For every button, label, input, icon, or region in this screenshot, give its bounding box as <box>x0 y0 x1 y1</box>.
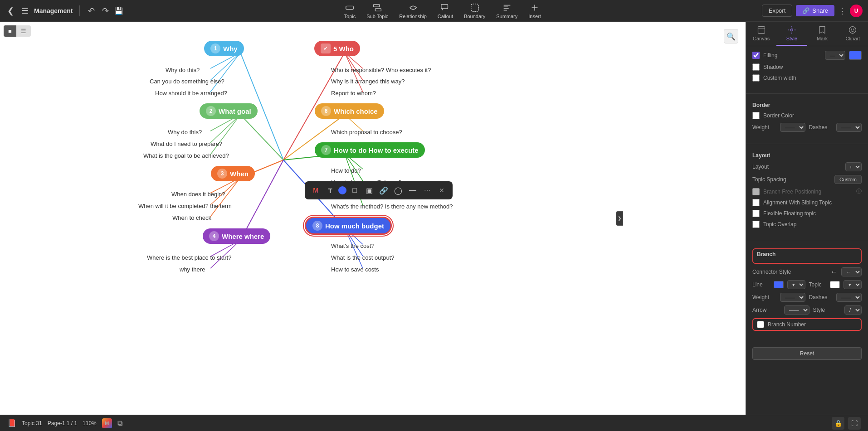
toolbar-right: Export 🔗 Share ⋮ U <box>762 5 863 17</box>
node-which[interactable]: 6 Which choice <box>315 103 384 119</box>
tab-mark[interactable]: Mark <box>807 22 838 46</box>
branch-free-checkbox[interactable] <box>752 188 760 195</box>
when-sub-1: When does it begin? <box>171 191 225 198</box>
custom-btn[interactable]: Custom <box>834 175 862 184</box>
custom-width-checkbox[interactable] <box>752 74 760 82</box>
ft-minus-button[interactable]: — <box>406 184 419 197</box>
node-who[interactable]: ✓ 5 Who <box>314 41 360 56</box>
svg-line-23 <box>210 115 240 155</box>
ft-color-circle[interactable] <box>338 186 346 194</box>
toolbar-center: Topic Sub Topic Relationship Callout Bou… <box>127 3 758 19</box>
ft-select-button[interactable]: □ <box>348 184 361 197</box>
expand-icon[interactable]: ⧉ <box>117 419 122 427</box>
topic-color-box[interactable] <box>830 281 840 288</box>
tab-clipart[interactable]: Clipart <box>838 22 868 46</box>
collapse-panel-button[interactable]: ❯ <box>616 211 623 226</box>
redo-button[interactable]: ↷ <box>100 4 111 18</box>
right-panel: Canvas Style Mark Clipart Filling — <box>746 22 868 415</box>
node-howto-num: 7 <box>321 145 331 155</box>
ft-gradient-button[interactable]: M <box>309 184 322 197</box>
menu-button[interactable]: ☰ <box>20 4 30 18</box>
reset-section: Reset <box>746 339 868 364</box>
budget-sub-3: How to save costs <box>331 266 379 273</box>
branch-number-checkbox[interactable] <box>757 321 764 328</box>
filling-checkbox[interactable] <box>752 52 760 59</box>
share-button[interactable]: 🔗 Share <box>796 5 834 16</box>
node-why[interactable]: 1 Why <box>204 41 244 56</box>
divider-1 <box>746 93 868 94</box>
why-sub-3: How should it be arranged? <box>155 90 227 97</box>
tab-style[interactable]: Style <box>776 22 807 46</box>
tool-relationship[interactable]: Relationship <box>399 3 427 19</box>
ft-node-button[interactable]: ◯ <box>392 184 405 197</box>
lock-button[interactable]: 🔒 <box>832 417 844 430</box>
tool-boundary[interactable]: Boundary <box>464 3 485 19</box>
back-nav-button[interactable]: ❮ <box>5 4 16 18</box>
line-color-select[interactable]: ▾ <box>787 280 805 289</box>
what-sub-2: What do I need to prepare? <box>151 140 222 147</box>
shadow-checkbox[interactable] <box>752 63 760 71</box>
tool-callout[interactable]: Callout <box>438 3 453 19</box>
right-panel-tabs: Canvas Style Mark Clipart <box>746 22 868 46</box>
canvas-search-button[interactable]: 🔍 <box>724 29 738 44</box>
filling-color-box[interactable] <box>849 51 862 60</box>
topic-color-select[interactable]: ▾ <box>844 280 862 289</box>
tool-summary[interactable]: Summary <box>496 3 517 19</box>
ft-close-button[interactable]: ⋯ <box>421 184 434 197</box>
border-dashes-select[interactable]: —— <box>836 123 862 132</box>
flexible-checkbox[interactable] <box>752 210 760 217</box>
node-which-label: Which choice <box>334 107 378 115</box>
topic-count: Topic 31 <box>22 420 42 426</box>
node-when-label: When <box>230 170 249 178</box>
ft-text-button[interactable]: T <box>324 184 336 197</box>
branch-dashes-select[interactable]: —— <box>836 293 862 302</box>
tool-topic[interactable]: Topic <box>344 3 356 19</box>
arrow-style-select[interactable]: / <box>844 305 862 315</box>
main-area: ■ ☰ 1 Why Why do this? Can you do someth… <box>0 22 868 415</box>
node-howto[interactable]: 7 How to do How to execute <box>315 142 425 158</box>
node-budget[interactable]: 8 How much budget <box>305 217 392 235</box>
list-view-button[interactable]: ☰ <box>16 25 31 37</box>
tool-insert[interactable]: Insert <box>528 3 541 19</box>
apps-grid-icon[interactable]: ⋮ <box>838 6 846 16</box>
connector-style-icon: ← <box>830 268 838 276</box>
reset-button[interactable]: Reset <box>752 347 862 360</box>
node-where-label: Where where <box>222 232 264 240</box>
node-when[interactable]: 3 When <box>211 166 255 181</box>
tab-canvas[interactable]: Canvas <box>746 22 776 46</box>
undo-button[interactable]: ↶ <box>86 4 97 18</box>
border-weight-select[interactable]: —— <box>780 123 805 132</box>
connector-style-select[interactable]: ← <box>841 267 862 276</box>
border-color-checkbox[interactable] <box>752 112 760 119</box>
line-color-box[interactable] <box>774 281 784 288</box>
tool-subtopic[interactable]: Sub Topic <box>366 3 388 19</box>
budget-sub-2: What is the cost output? <box>331 254 394 261</box>
user-avatar[interactable]: U <box>850 5 863 17</box>
canvas[interactable]: ■ ☰ 1 Why Why do this? Can you do someth… <box>0 22 746 415</box>
ft-rect-button[interactable]: ▣ <box>363 184 375 197</box>
filling-style-select[interactable]: — <box>825 51 845 60</box>
ft-link-button[interactable]: 🔗 <box>377 184 390 197</box>
layout-select[interactable]: ■ <box>845 162 862 171</box>
topic-overlap-checkbox[interactable] <box>752 221 760 228</box>
ft-x-button[interactable]: ✕ <box>435 184 448 197</box>
save-icon[interactable]: 💾 <box>114 6 123 15</box>
line-topic-row: Line ▾ Topic ▾ <box>752 280 862 289</box>
where-sub-1: Where is the best place to start? <box>147 254 231 261</box>
border-section: Border Border Color Weight —— Dashes —— <box>746 97 868 140</box>
status-left: 📕 Topic 31 Page-1 1 / 1 110% M ⧉ <box>7 418 122 428</box>
what-sub-1: Why do this? <box>168 129 202 136</box>
arrow-select[interactable]: —— <box>784 305 809 315</box>
export-button[interactable]: Export <box>762 5 793 17</box>
branch-free-row: Branch Free Positioning ⓘ <box>752 188 862 195</box>
alignment-checkbox[interactable] <box>752 199 760 206</box>
node-where[interactable]: 4 Where where <box>203 228 270 244</box>
grid-view-button[interactable]: ■ <box>4 25 16 37</box>
svg-line-16 <box>210 53 240 80</box>
fullscreen-button[interactable]: ⛶ <box>848 417 861 430</box>
branch-weight-select[interactable]: —— <box>780 293 805 302</box>
howto-sub-3: What's the method? Is there any new meth… <box>331 203 453 210</box>
node-what[interactable]: 2 What goal <box>200 103 258 119</box>
book-icon[interactable]: 📕 <box>7 419 16 427</box>
svg-point-39 <box>849 27 856 34</box>
